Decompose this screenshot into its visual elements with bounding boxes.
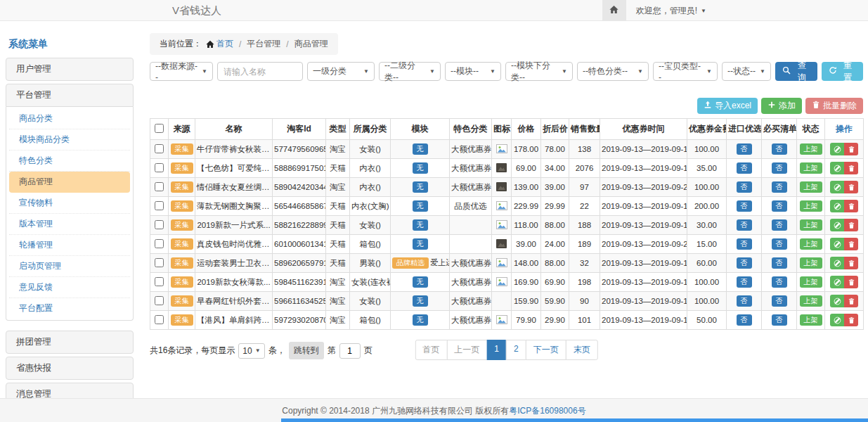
sidebar-item[interactable]: 宣传物料 (9, 193, 130, 214)
edit-button[interactable] (830, 200, 844, 212)
add-button[interactable]: 添加 (761, 98, 802, 114)
edit-button[interactable] (830, 181, 844, 193)
must-buy-toggle[interactable]: 否 (772, 181, 787, 193)
must-buy-toggle[interactable]: 否 (772, 295, 787, 307)
module-badge[interactable]: 无 (413, 162, 428, 174)
import-optional-toggle[interactable]: 否 (737, 219, 752, 231)
import-optional-toggle[interactable]: 否 (737, 200, 752, 212)
user-menu[interactable]: 欢迎您，管理员! ▼ (636, 5, 706, 17)
module-badge[interactable]: 无 (413, 181, 428, 193)
pager-button-末页[interactable]: 末页 (566, 340, 598, 360)
module-badge[interactable]: 无 (413, 314, 428, 326)
import-excel-button[interactable]: 导入excel (697, 98, 758, 114)
filter-select[interactable]: --状态--▼ (722, 62, 771, 81)
import-optional-toggle[interactable]: 否 (737, 276, 752, 288)
sidebar-item[interactable]: 特色分类 (9, 151, 130, 172)
jump-button[interactable]: 跳转到 (289, 342, 324, 359)
sidebar-panel[interactable]: 拼团管理 (6, 331, 134, 354)
import-optional-toggle[interactable]: 否 (737, 257, 752, 269)
row-checkbox[interactable] (155, 144, 164, 153)
row-checkbox[interactable] (155, 163, 164, 172)
edit-button[interactable] (830, 143, 844, 155)
module-badge[interactable]: 无 (413, 143, 428, 155)
edit-button[interactable] (830, 238, 844, 250)
pager-button-2[interactable]: 2 (506, 340, 526, 360)
delete-button[interactable] (844, 219, 858, 231)
row-checkbox[interactable] (155, 296, 164, 305)
module-badge[interactable]: 品牌精选 (392, 257, 429, 269)
module-badge[interactable]: 无 (413, 295, 428, 307)
filter-select[interactable]: --模块--▼ (445, 62, 501, 81)
delete-button[interactable] (844, 162, 858, 174)
must-buy-toggle[interactable]: 否 (772, 143, 787, 155)
per-page-select[interactable]: 10 ▼ (238, 343, 264, 359)
sidebar-panel[interactable]: 用户管理 (6, 58, 134, 81)
module-badge[interactable]: 无 (413, 238, 428, 250)
row-checkbox[interactable] (155, 201, 164, 210)
status-badge[interactable]: 上架 (800, 200, 822, 212)
import-optional-toggle[interactable]: 否 (737, 181, 752, 193)
delete-button[interactable] (844, 257, 858, 269)
search-button[interactable]: 查询 (775, 62, 817, 81)
edit-button[interactable] (830, 295, 844, 307)
sidebar-panel[interactable]: 平台管理 (6, 84, 134, 107)
sidebar-item[interactable]: 模块商品分类 (9, 129, 130, 151)
filter-select[interactable]: --特色分类--▼ (577, 62, 649, 81)
batch-delete-button[interactable]: 批量删除 (805, 98, 863, 114)
select-all-checkbox[interactable] (155, 124, 164, 133)
filter-select[interactable]: --二级分类--▼ (379, 62, 441, 81)
must-buy-toggle[interactable]: 否 (772, 219, 787, 231)
status-badge[interactable]: 上架 (800, 295, 822, 307)
sidebar-item[interactable]: 版本管理 (9, 214, 130, 235)
delete-button[interactable] (844, 200, 858, 212)
must-buy-toggle[interactable]: 否 (772, 238, 787, 250)
row-checkbox[interactable] (155, 315, 164, 324)
pager-button-首页[interactable]: 首页 (415, 340, 447, 360)
edit-button[interactable] (830, 219, 844, 231)
name-search-input[interactable] (217, 62, 303, 81)
import-optional-toggle[interactable]: 否 (737, 162, 752, 174)
pager-button-1[interactable]: 1 (486, 340, 507, 360)
module-badge[interactable]: 无 (413, 200, 428, 212)
sidebar-item[interactable]: 商品管理 (9, 172, 130, 193)
sidebar-item[interactable]: 商品分类 (9, 108, 130, 129)
filter-select[interactable]: --模块下分类--▼ (505, 62, 573, 81)
must-buy-toggle[interactable]: 否 (772, 257, 787, 269)
pager-button-上一页[interactable]: 上一页 (446, 340, 487, 360)
home-button[interactable] (602, 0, 626, 21)
delete-button[interactable] (844, 238, 858, 250)
status-badge[interactable]: 上架 (800, 219, 822, 231)
must-buy-toggle[interactable]: 否 (772, 162, 787, 174)
status-badge[interactable]: 上架 (800, 181, 822, 193)
sidebar-item[interactable]: 意见反馈 (9, 277, 130, 298)
import-optional-toggle[interactable]: 否 (737, 314, 752, 326)
delete-button[interactable] (844, 143, 858, 155)
icp-link[interactable]: 粤ICP备16098006号 (509, 406, 585, 416)
must-buy-toggle[interactable]: 否 (772, 314, 787, 326)
sidebar-item[interactable]: 启动页管理 (9, 256, 130, 277)
row-checkbox[interactable] (155, 277, 164, 286)
sidebar-panel[interactable]: 省惠快报 (6, 357, 134, 380)
filter-select[interactable]: --宝贝类型--▼ (653, 62, 718, 81)
status-badge[interactable]: 上架 (800, 162, 822, 174)
edit-button[interactable] (830, 314, 844, 326)
delete-button[interactable] (844, 276, 858, 288)
reset-button[interactable]: 重置 (822, 62, 864, 81)
import-optional-toggle[interactable]: 否 (737, 238, 752, 250)
row-checkbox[interactable] (155, 239, 164, 248)
module-badge[interactable]: 无 (413, 219, 428, 231)
breadcrumb-home-link[interactable]: 首页 (216, 38, 233, 50)
edit-button[interactable] (830, 162, 844, 174)
pager-button-下一页[interactable]: 下一页 (526, 340, 566, 360)
status-badge[interactable]: 上架 (800, 238, 822, 250)
row-checkbox[interactable] (155, 182, 164, 191)
module-badge[interactable]: 无 (413, 276, 428, 288)
row-checkbox[interactable] (155, 258, 164, 267)
status-badge[interactable]: 上架 (800, 257, 822, 269)
row-checkbox[interactable] (155, 220, 164, 229)
edit-button[interactable] (830, 276, 844, 288)
import-optional-toggle[interactable]: 否 (737, 143, 752, 155)
import-optional-toggle[interactable]: 否 (737, 295, 752, 307)
must-buy-toggle[interactable]: 否 (772, 200, 787, 212)
delete-button[interactable] (844, 295, 858, 307)
